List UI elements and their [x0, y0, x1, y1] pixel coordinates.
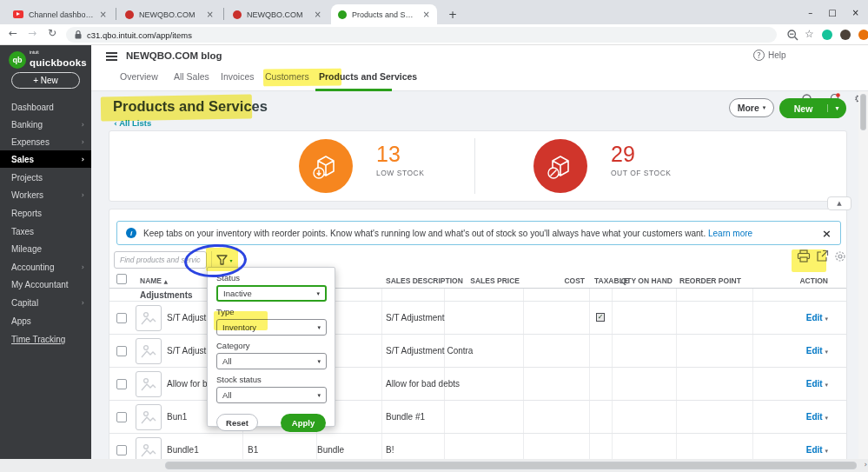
- sidebar-item-time-tracking[interactable]: Time Tracking: [0, 330, 91, 348]
- col-reorder-point[interactable]: REORDER POINT: [679, 276, 736, 285]
- sidebar-item-expenses[interactable]: Expenses›: [0, 133, 91, 150]
- low-stock-value: 13: [376, 142, 424, 167]
- close-tab-icon[interactable]: ×: [315, 10, 321, 19]
- sidebar-item-reports[interactable]: Reports: [0, 204, 91, 222]
- horizontal-scrollbar[interactable]: ›: [0, 459, 868, 472]
- browser-tab-products-services[interactable]: Products and Services ×: [331, 4, 437, 24]
- chevron-right-icon: ›: [82, 263, 84, 271]
- back-icon[interactable]: ←: [9, 27, 17, 39]
- out-of-stock-value: 29: [611, 142, 671, 167]
- col-qty-on-hand[interactable]: QTY ON HAND: [613, 276, 673, 285]
- sidebar-item-workers[interactable]: Workers›: [0, 186, 91, 203]
- taxable-checkbox[interactable]: ✓: [596, 311, 605, 322]
- edit-action[interactable]: Edit ▾: [767, 445, 828, 455]
- row-checkbox[interactable]: [116, 412, 127, 422]
- extension-icon-2[interactable]: [858, 30, 868, 40]
- info-icon: i: [126, 228, 136, 238]
- chevron-down-icon: ▾: [317, 392, 321, 399]
- chevron-down-icon: ▾: [317, 358, 321, 365]
- cell-description: S/T Adjustment Contra: [386, 346, 473, 356]
- filter-popover: Status Inactive▾ Type Inventory▾ Categor…: [207, 267, 335, 427]
- close-window-icon[interactable]: ×: [852, 8, 859, 17]
- edit-action[interactable]: Edit ▾: [767, 346, 828, 356]
- tab-overview[interactable]: Overview: [120, 71, 158, 82]
- tab-invoices[interactable]: Invoices: [221, 71, 255, 82]
- out-of-stock-stat[interactable]: 29 OUT OF STOCK: [611, 142, 671, 177]
- close-tab-icon[interactable]: ×: [423, 10, 430, 19]
- stock-summary-panel: 13 LOW STOCK 29 OUT OF STOCK: [109, 130, 847, 202]
- sidebar-item-banking[interactable]: Banking›: [0, 116, 91, 133]
- col-name[interactable]: NAME ▲: [140, 276, 168, 285]
- apply-button[interactable]: Apply: [281, 414, 326, 432]
- zoom-out-icon[interactable]: [787, 30, 798, 41]
- row-checkbox[interactable]: [116, 346, 127, 356]
- image-placeholder-icon: [136, 404, 162, 430]
- category-select[interactable]: All▾: [216, 353, 327, 369]
- chevron-right-icon: ›: [82, 121, 84, 129]
- sidebar-item-capital[interactable]: Capital›: [0, 294, 91, 311]
- chevron-down-icon: ▾: [825, 316, 828, 322]
- stock-status-select[interactable]: All▾: [216, 387, 327, 403]
- select-all-checkbox[interactable]: [116, 274, 127, 284]
- banner-close-icon[interactable]: ×: [822, 227, 832, 240]
- browser-tab-youtube[interactable]: Channel dashboard - YouTube S ×: [6, 4, 114, 24]
- chevron-down-icon: ▾: [763, 104, 766, 111]
- tab-all-sales[interactable]: All Sales: [174, 71, 209, 82]
- stats-divider: [474, 138, 475, 194]
- low-stock-stat[interactable]: 13 LOW STOCK: [376, 142, 424, 177]
- chevron-up-icon: ▲: [837, 200, 841, 207]
- edit-action[interactable]: Edit ▾: [767, 412, 828, 422]
- new-button[interactable]: New▾: [779, 98, 846, 118]
- sidebar-item-apps[interactable]: Apps: [0, 312, 91, 329]
- close-tab-icon[interactable]: ×: [207, 10, 214, 19]
- edit-action[interactable]: Edit ▾: [767, 379, 828, 389]
- sidebar-item-projects[interactable]: Projects: [0, 169, 91, 186]
- cell-sku: B1: [248, 445, 258, 455]
- extension-icon[interactable]: [822, 30, 832, 40]
- forward-icon[interactable]: →: [28, 27, 36, 39]
- row-checkbox[interactable]: [116, 379, 127, 389]
- address-bar[interactable]: c31.qbo.intuit.com/app/items: [66, 27, 777, 43]
- sidebar-item-accounting[interactable]: Accounting›: [0, 258, 91, 276]
- sidebar-new-button[interactable]: + New: [11, 72, 80, 89]
- cell-name: Bun1: [167, 412, 187, 422]
- vertical-scrollbar[interactable]: [858, 91, 868, 459]
- table-settings-gear-icon[interactable]: [834, 250, 846, 263]
- sidebar-item-mileage[interactable]: Mileage: [0, 240, 91, 257]
- row-checkbox[interactable]: [116, 445, 127, 455]
- reload-icon[interactable]: ↻: [48, 27, 56, 39]
- status-select[interactable]: Inactive▾: [216, 285, 327, 302]
- new-tab-button[interactable]: +: [441, 4, 464, 24]
- col-action[interactable]: ACTION: [767, 276, 828, 285]
- sidebar-item-taxes[interactable]: Taxes: [0, 223, 91, 240]
- edit-action[interactable]: Edit ▾: [767, 313, 828, 322]
- chevron-right-icon: ›: [82, 299, 84, 307]
- close-tab-icon[interactable]: ×: [100, 10, 107, 19]
- site-favicon: [125, 10, 134, 19]
- reset-button[interactable]: Reset: [216, 414, 258, 431]
- learn-more-link[interactable]: Learn more: [708, 229, 752, 238]
- sidebar-item-dashboard[interactable]: Dashboard: [0, 98, 91, 116]
- profile-avatar[interactable]: [840, 30, 851, 40]
- col-cost[interactable]: COST: [527, 276, 585, 285]
- horizontal-scrollbar-thumb[interactable]: [165, 462, 857, 469]
- browser-tab-newqbo-1[interactable]: NEWQBO.COM ×: [118, 4, 221, 24]
- minimize-icon[interactable]: –: [808, 8, 812, 17]
- cell-description: B!: [386, 445, 394, 455]
- row-checkbox[interactable]: [116, 313, 127, 323]
- maximize-icon[interactable]: □: [828, 8, 836, 17]
- col-sales-price[interactable]: SALES PRICE: [448, 276, 520, 285]
- quickbooks-logo[interactable]: qb intuit quickbooks: [9, 50, 87, 69]
- scroll-right-arrow-icon[interactable]: ›: [864, 460, 867, 469]
- new-button-dropdown-icon[interactable]: ▾: [827, 104, 846, 112]
- vertical-scrollbar-thumb[interactable]: [860, 94, 866, 130]
- hamburger-menu-icon[interactable]: [106, 52, 117, 61]
- cell-name: Bundle1: [167, 445, 199, 455]
- bookmark-star-icon[interactable]: ☆: [805, 28, 814, 40]
- sidebar-item-my-accountant[interactable]: My Accountant: [0, 276, 91, 293]
- browser-tab-newqbo-2[interactable]: NEWQBO.COM ×: [226, 4, 328, 24]
- collapse-panel-button[interactable]: ▲: [827, 196, 851, 210]
- help-button[interactable]: ? Help: [753, 50, 786, 61]
- sidebar-item-sales[interactable]: Sales›: [0, 150, 91, 168]
- more-button[interactable]: More▾: [729, 98, 774, 117]
